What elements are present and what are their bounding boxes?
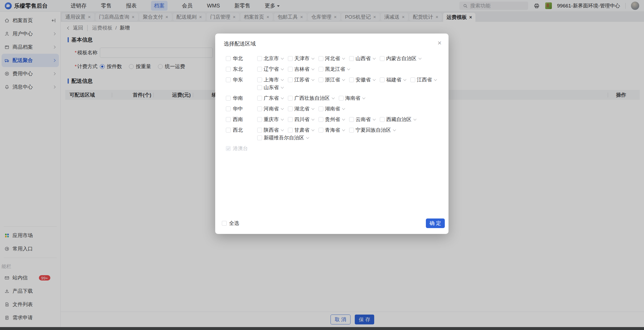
chevron-down-icon[interactable] <box>434 78 437 81</box>
confirm-button[interactable]: 确 定 <box>426 218 445 228</box>
chevron-down-icon[interactable] <box>373 117 376 120</box>
province-checkbox[interactable] <box>288 56 293 61</box>
chevron-down-icon[interactable] <box>281 128 284 131</box>
province-checkbox[interactable] <box>288 77 293 82</box>
chevron-down-icon[interactable] <box>362 96 365 99</box>
province-option[interactable]: 广东省 <box>257 95 283 101</box>
chevron-down-icon[interactable] <box>281 107 284 110</box>
province-checkbox[interactable] <box>349 117 354 122</box>
province-option[interactable]: 广西壮族自治区 <box>288 95 334 101</box>
chevron-down-icon[interactable] <box>311 117 314 120</box>
province-option[interactable]: 四川省 <box>288 116 314 123</box>
province-checkbox[interactable] <box>410 77 415 82</box>
province-checkbox[interactable] <box>288 117 293 122</box>
province-checkbox[interactable] <box>288 106 293 111</box>
region-group[interactable]: 华东 <box>226 77 257 83</box>
region-group[interactable]: 华北 <box>226 55 257 62</box>
region-group[interactable]: 西北 <box>226 127 257 133</box>
province-option[interactable]: 浙江省 <box>319 77 345 83</box>
province-checkbox[interactable] <box>380 117 385 122</box>
province-checkbox[interactable] <box>288 96 293 101</box>
region-checkbox[interactable] <box>226 96 231 101</box>
province-option[interactable]: 内蒙古自治区 <box>380 55 421 62</box>
province-option[interactable]: 辽宁省 <box>257 66 283 72</box>
chevron-down-icon[interactable] <box>373 78 376 81</box>
province-checkbox[interactable] <box>380 56 385 61</box>
province-option[interactable]: 宁夏回族自治区 <box>349 127 396 133</box>
province-option[interactable]: 云南省 <box>349 116 375 123</box>
chevron-down-icon[interactable] <box>347 67 350 70</box>
chevron-down-icon[interactable] <box>342 128 345 131</box>
province-option[interactable]: 山西省 <box>349 55 375 62</box>
chevron-down-icon[interactable] <box>281 56 284 59</box>
province-checkbox[interactable] <box>319 67 323 72</box>
province-checkbox[interactable] <box>257 56 262 61</box>
province-option[interactable]: 黑龙江省 <box>319 66 350 72</box>
province-option[interactable]: 北京市 <box>257 55 283 62</box>
chevron-down-icon[interactable] <box>306 136 309 139</box>
province-checkbox[interactable] <box>319 77 323 82</box>
region-checkbox[interactable] <box>226 128 231 133</box>
chevron-down-icon[interactable] <box>281 67 284 70</box>
chevron-down-icon[interactable] <box>281 78 284 81</box>
province-checkbox[interactable] <box>349 56 354 61</box>
province-option[interactable]: 安徽省 <box>349 77 375 83</box>
chevron-down-icon[interactable] <box>342 78 345 81</box>
province-checkbox[interactable] <box>257 106 262 111</box>
province-option[interactable]: 吉林省 <box>288 66 314 72</box>
chevron-down-icon[interactable] <box>281 96 284 99</box>
province-checkbox[interactable] <box>339 96 344 101</box>
chevron-down-icon[interactable] <box>373 56 376 59</box>
province-checkbox[interactable] <box>257 67 262 72</box>
province-option[interactable]: 江苏省 <box>288 77 314 83</box>
province-option[interactable]: 福建省 <box>380 77 406 83</box>
chevron-down-icon[interactable] <box>311 67 314 70</box>
select-all-checkbox[interactable] <box>222 221 227 226</box>
chevron-down-icon[interactable] <box>281 117 284 120</box>
region-checkbox[interactable] <box>226 117 231 122</box>
chevron-down-icon[interactable] <box>311 107 314 110</box>
province-checkbox[interactable] <box>349 77 354 82</box>
region-checkbox[interactable] <box>226 77 231 82</box>
province-option[interactable]: 新疆维吾尔自治区 <box>257 135 309 141</box>
province-option[interactable]: 贵州省 <box>319 116 345 123</box>
region-group[interactable]: 港澳台 <box>226 145 257 152</box>
chevron-down-icon[interactable] <box>393 128 396 131</box>
province-checkbox[interactable] <box>319 56 323 61</box>
province-option[interactable]: 江西省 <box>410 77 437 83</box>
province-option[interactable]: 湖北省 <box>288 106 314 112</box>
province-option[interactable]: 上海市 <box>257 77 283 83</box>
province-checkbox[interactable] <box>380 77 385 82</box>
chevron-down-icon[interactable] <box>332 96 335 99</box>
province-checkbox[interactable] <box>257 85 262 90</box>
region-group[interactable]: 华中 <box>226 106 257 112</box>
region-checkbox[interactable] <box>226 67 231 72</box>
province-option[interactable]: 重庆市 <box>257 116 283 123</box>
close-icon[interactable]: × <box>438 40 442 46</box>
province-option[interactable]: 河北省 <box>319 55 345 62</box>
province-option[interactable]: 天津市 <box>288 55 314 62</box>
province-checkbox[interactable] <box>257 117 262 122</box>
province-option[interactable]: 陕西省 <box>257 127 283 133</box>
chevron-down-icon[interactable] <box>413 117 416 120</box>
province-checkbox[interactable] <box>257 128 262 133</box>
region-checkbox[interactable] <box>226 106 231 111</box>
province-option[interactable]: 海南省 <box>339 95 365 101</box>
province-option[interactable]: 湖南省 <box>319 106 345 112</box>
province-option[interactable]: 西藏自治区 <box>380 116 416 123</box>
chevron-down-icon[interactable] <box>342 56 345 59</box>
province-checkbox[interactable] <box>319 128 323 133</box>
chevron-down-icon[interactable] <box>403 78 406 81</box>
chevron-down-icon[interactable] <box>281 85 284 88</box>
province-checkbox[interactable] <box>319 117 323 122</box>
region-group[interactable]: 西南 <box>226 116 257 123</box>
province-checkbox[interactable] <box>349 128 354 133</box>
chevron-down-icon[interactable] <box>342 107 345 110</box>
chevron-down-icon[interactable] <box>311 78 314 81</box>
region-group[interactable]: 华南 <box>226 95 257 101</box>
select-all-option[interactable]: 全选 <box>222 220 239 227</box>
province-option[interactable]: 青海省 <box>319 127 345 133</box>
chevron-down-icon[interactable] <box>418 56 421 59</box>
chevron-down-icon[interactable] <box>342 117 345 120</box>
province-checkbox[interactable] <box>257 96 262 101</box>
